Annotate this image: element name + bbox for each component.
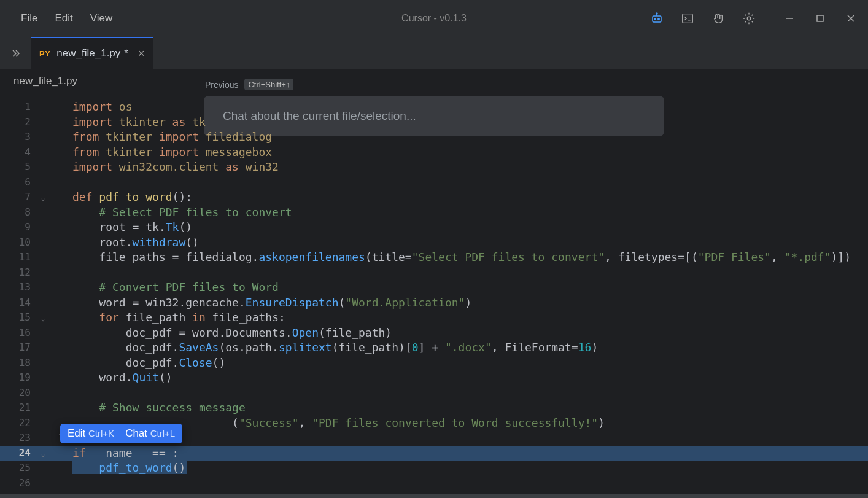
title-bar: File Edit View Cursor - v0.1.3 bbox=[0, 0, 868, 37]
line-number: 17 bbox=[0, 340, 36, 356]
fold-chevron-icon[interactable]: ⌄ bbox=[36, 190, 50, 206]
line-number: 10 bbox=[0, 235, 36, 251]
line-number: 9 bbox=[0, 220, 36, 235]
chat-previous-hint: Previous Ctrl+Shift+↑ bbox=[205, 79, 293, 90]
line-number: 21 bbox=[0, 400, 36, 416]
menu-file[interactable]: File bbox=[12, 9, 46, 28]
line-number: 6 bbox=[0, 175, 36, 190]
minimize-icon[interactable] bbox=[782, 11, 797, 26]
svg-point-1 bbox=[654, 18, 656, 20]
wave-icon[interactable] bbox=[711, 11, 726, 26]
terminal-icon[interactable] bbox=[680, 11, 695, 26]
svg-point-7 bbox=[747, 17, 751, 20]
tooltip-edit-action[interactable]: Edit Ctrl+K bbox=[68, 427, 114, 440]
menu-view[interactable]: View bbox=[82, 9, 122, 28]
line-number: 15 bbox=[0, 310, 36, 325]
line-number: 25 bbox=[0, 461, 36, 476]
line-number: 14 bbox=[0, 295, 36, 311]
title-actions bbox=[649, 11, 858, 26]
line-number: 20 bbox=[0, 386, 36, 401]
menu-bar: File Edit View bbox=[0, 9, 121, 28]
line-number: 7 bbox=[0, 190, 36, 205]
line-number: 1 bbox=[0, 99, 36, 115]
gear-icon[interactable] bbox=[742, 11, 756, 26]
line-number: 18 bbox=[0, 356, 36, 371]
selection-actions-tooltip: Edit Ctrl+K Chat Ctrl+L bbox=[60, 424, 182, 443]
fold-chevron-icon[interactable]: ⌄ bbox=[36, 310, 50, 327]
maximize-icon[interactable] bbox=[813, 11, 827, 26]
line-number: 16 bbox=[0, 325, 36, 341]
line-number: 3 bbox=[0, 130, 36, 145]
menu-edit[interactable]: Edit bbox=[46, 9, 81, 28]
tab-overflow-icon[interactable] bbox=[0, 37, 31, 69]
line-number: 26 bbox=[0, 476, 36, 491]
tab-lang-badge: PY bbox=[39, 49, 50, 58]
ai-robot-icon[interactable] bbox=[649, 11, 664, 26]
line-number: 11 bbox=[0, 250, 36, 265]
svg-point-2 bbox=[658, 18, 659, 20]
line-number: 24 bbox=[0, 446, 36, 461]
chat-previous-label: Previous bbox=[205, 80, 238, 90]
close-icon[interactable] bbox=[843, 11, 858, 26]
tab-bar: PY new_file_1.py * × bbox=[0, 37, 868, 69]
breadcrumb[interactable]: new_file_1.py bbox=[0, 69, 868, 93]
line-number: 8 bbox=[0, 205, 36, 220]
svg-rect-9 bbox=[817, 15, 823, 21]
line-number: 12 bbox=[0, 265, 36, 281]
chat-previous-shortcut: Ctrl+Shift+↑ bbox=[244, 79, 293, 90]
line-number: 19 bbox=[0, 370, 36, 386]
line-number: 4 bbox=[0, 145, 36, 160]
tooltip-chat-action[interactable]: Chat Ctrl+L bbox=[125, 427, 175, 440]
line-number: 13 bbox=[0, 280, 36, 295]
line-number: 22 bbox=[0, 416, 36, 431]
tab-dirty-indicator: * bbox=[124, 47, 128, 60]
fold-chevron-icon[interactable]: ⌄ bbox=[36, 446, 50, 462]
app-title: Cursor - v0.1.3 bbox=[401, 13, 467, 24]
svg-point-4 bbox=[656, 13, 657, 14]
tab-filename: new_file_1.py bbox=[56, 47, 120, 60]
line-number: 23 bbox=[0, 430, 36, 446]
line-number: 2 bbox=[0, 115, 36, 130]
tab-close-icon[interactable]: × bbox=[138, 47, 145, 60]
line-number: 5 bbox=[0, 160, 36, 175]
status-bar bbox=[0, 494, 868, 498]
svg-rect-5 bbox=[683, 14, 693, 23]
editor-tab[interactable]: PY new_file_1.py * × bbox=[31, 37, 153, 69]
